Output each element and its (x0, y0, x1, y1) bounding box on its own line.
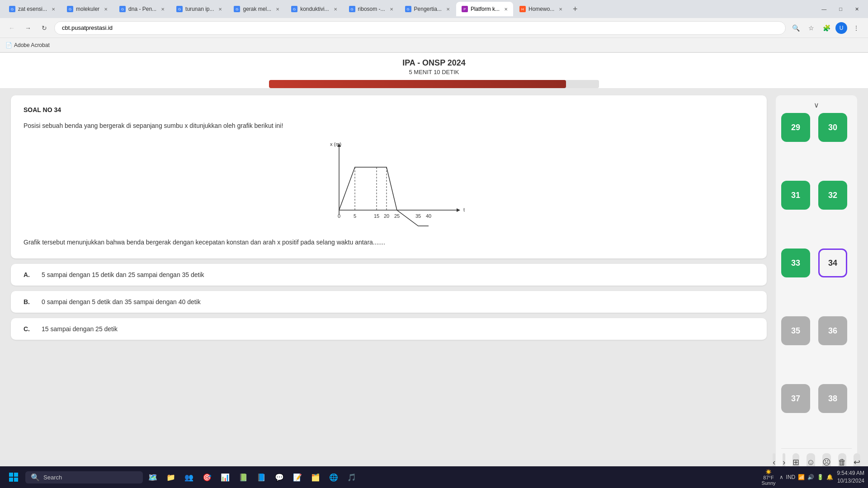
bookmarks-bar: 📄 Adobe Acrobat (0, 38, 868, 52)
tab-5-close[interactable]: ✕ (276, 7, 279, 12)
q-btn-34[interactable]: 34 (818, 249, 847, 277)
taskbar-chrome-icon[interactable]: 🌐 (326, 469, 342, 485)
taskbar-whatsapp-icon[interactable]: 💬 (271, 469, 288, 485)
position-time-graph: 0 5 15 20 25 35 40 t (detik) x (m) (312, 138, 466, 228)
taskbar-maps-icon[interactable]: 🗺️ (145, 469, 161, 485)
q-btn-36[interactable]: 36 (818, 316, 847, 345)
taskbar-spotify-icon[interactable]: 🎵 (344, 469, 360, 485)
bookmark-acrobat-label: Adobe Acrobat (14, 42, 50, 48)
tray-up-icon[interactable]: ∧ (779, 474, 783, 480)
tab-1-close[interactable]: ✕ (52, 7, 55, 12)
maximize-button[interactable]: □ (834, 5, 848, 13)
tab-10-close[interactable]: ✕ (559, 7, 562, 12)
forward-button[interactable]: → (22, 22, 34, 34)
battery-icon: 🔋 (817, 474, 824, 480)
question-panel: SOAL NO 34 Posisi sebuah benda yang berg… (11, 95, 767, 481)
svg-text:t (detik): t (detik) (463, 207, 466, 212)
answer-card-b[interactable]: B. 0 sampai dengan 5 detik dan 35 sampai… (11, 291, 767, 313)
toolbar-icons: 🔍 ☆ 🧩 U ⋮ (789, 22, 863, 34)
tab-2[interactable]: G molekuler ✕ (61, 2, 113, 16)
progress-bar-fill (269, 80, 566, 88)
new-tab-button[interactable]: + (569, 3, 581, 15)
answer-text-c: 15 sampai dengan 25 detik (42, 325, 118, 333)
menu-icon[interactable]: ⋮ (850, 22, 863, 34)
windows-icon (9, 473, 18, 482)
tab-5-favicon: G (234, 6, 240, 12)
tab-8-favicon: G (405, 6, 411, 12)
exam-title: IPA - ONSP 2024 (402, 58, 466, 68)
back-button[interactable]: ← (5, 22, 18, 34)
q-btn-32[interactable]: 32 (818, 181, 847, 210)
tab-6[interactable]: G konduktivi... ✕ (286, 2, 342, 16)
tab-6-close[interactable]: ✕ (334, 7, 337, 12)
taskbar-files-icon[interactable]: 📁 (163, 469, 179, 485)
weather-info: ☀️ 87°F Sunny (761, 469, 775, 486)
q-btn-37[interactable]: 37 (781, 384, 810, 413)
zoom-icon[interactable]: 🔍 (789, 22, 802, 34)
tab-9[interactable]: P Platform k... ✕ (456, 2, 513, 16)
tab-3-favicon: G (119, 6, 126, 12)
taskbar-ppt-icon[interactable]: 📊 (217, 469, 233, 485)
taskbar-search-text: Search (43, 474, 62, 481)
answer-card-c[interactable]: C. 15 sampai dengan 25 detik (11, 318, 767, 340)
taskbar-excel-icon[interactable]: 📗 (235, 469, 251, 485)
tab-8[interactable]: G Pengertia... ✕ (400, 2, 455, 16)
tab-1-favicon: G (9, 6, 15, 12)
tab-1[interactable]: G zat esensi... ✕ (4, 2, 61, 16)
tab-2-close[interactable]: ✕ (104, 7, 108, 12)
tab-10[interactable]: H Homewo... ✕ (514, 2, 568, 16)
bookmark-acrobat[interactable]: 📄 Adobe Acrobat (5, 42, 50, 48)
answer-card-a[interactable]: A. 5 sampai dengan 15 detik dan 25 sampa… (11, 264, 767, 286)
taskbar-search[interactable]: 🔍 Search (25, 471, 143, 483)
q-btn-35[interactable]: 35 (781, 316, 810, 345)
q-btn-30[interactable]: 30 (818, 113, 847, 142)
tab-bar: G zat esensi... ✕ G molekuler ✕ G dna - … (0, 0, 868, 18)
acrobat-icon: 📄 (5, 42, 12, 48)
taskbar-teams-icon[interactable]: 👥 (181, 469, 197, 485)
tab-7[interactable]: G ribosom -... ✕ (344, 2, 399, 16)
tab-6-favicon: G (291, 6, 297, 12)
address-input[interactable] (54, 21, 786, 35)
tab-5[interactable]: G gerak mel... ✕ (228, 2, 285, 16)
reload-button[interactable]: ↻ (38, 22, 51, 34)
tab-4[interactable]: G turunan ip... ✕ (171, 2, 227, 16)
taskbar-app2-icon[interactable]: 📝 (289, 469, 306, 485)
question-intro: Posisi sebuah benda yang bergerak di sep… (24, 121, 754, 131)
profile-avatar[interactable]: U (835, 22, 847, 34)
taskbar: 🔍 Search 🗺️ 📁 👥 🎯 📊 📗 📘 💬 📝 🗂️ 🌐 🎵 ☀️ 87… (0, 466, 868, 488)
tab-7-close[interactable]: ✕ (390, 7, 393, 12)
taskbar-right: ☀️ 87°F Sunny ∧ IND 📶 🔊 🔋 🔔 9:54:49 AM 1… (761, 469, 864, 486)
tab-8-close[interactable]: ✕ (446, 7, 450, 12)
taskbar-word-icon[interactable]: 📘 (253, 469, 269, 485)
minimize-button[interactable]: — (816, 5, 832, 13)
tab-5-label: gerak mel... (243, 6, 271, 12)
system-tray: ∧ IND 📶 🔊 🔋 🔔 (779, 474, 834, 480)
tab-4-close[interactable]: ✕ (218, 7, 222, 12)
svg-rect-17 (9, 473, 13, 477)
tab-3-close[interactable]: ✕ (161, 7, 165, 12)
tab-7-label: ribosom -... (358, 6, 385, 12)
start-button[interactable] (4, 469, 24, 485)
tab-8-label: Pengertia... (414, 6, 442, 12)
close-button[interactable]: ✕ (849, 5, 864, 13)
lang-indicator: IND (786, 474, 796, 480)
question-conclusion: Grafik tersebut menunjukkan bahwa benda … (24, 237, 754, 247)
main-content: IPA - ONSP 2024 5 MENIT 10 DETIK SOAL NO… (0, 53, 868, 488)
collapse-button[interactable]: ∨ (781, 101, 852, 109)
q-btn-38[interactable]: 38 (818, 384, 847, 413)
tab-3[interactable]: G dna - Pen... ✕ (114, 2, 170, 16)
taskbar-files2-icon[interactable]: 🗂️ (307, 469, 324, 485)
q-btn-29[interactable]: 29 (781, 113, 810, 142)
tab-4-label: turunan ip... (185, 6, 214, 12)
tab-2-favicon: G (67, 6, 73, 12)
notification-icon[interactable]: 🔔 (826, 474, 833, 480)
q-btn-31[interactable]: 31 (781, 181, 810, 210)
taskbar-app1-icon[interactable]: 🎯 (199, 469, 215, 485)
clock-time: 9:54:49 AM (837, 469, 864, 477)
tab-9-close[interactable]: ✕ (504, 7, 508, 12)
extensions-icon[interactable]: 🧩 (820, 22, 833, 34)
bookmark-star-icon[interactable]: ☆ (805, 22, 817, 34)
svg-text:40: 40 (426, 213, 431, 219)
q-btn-33[interactable]: 33 (781, 249, 810, 277)
volume-icon: 🔊 (807, 474, 814, 480)
